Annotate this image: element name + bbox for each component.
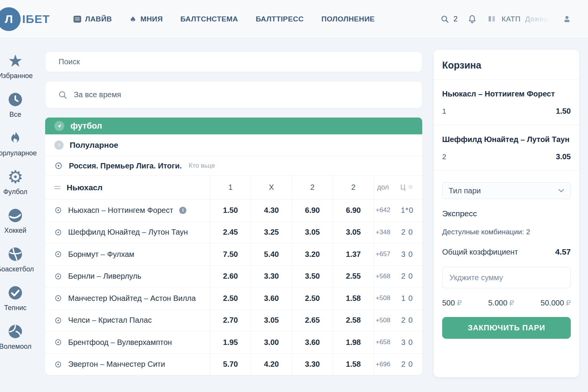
match-name[interactable]: Бернли – Ливерлуль	[68, 272, 141, 281]
more-odds-count[interactable]: +642	[374, 199, 392, 221]
header-search-button[interactable]: 2	[440, 15, 457, 24]
sidebar-item-hockey[interactable]: Хоккей	[0, 206, 31, 245]
column-header-x: X	[251, 176, 292, 199]
odd-button-x[interactable]: 3.05	[251, 310, 292, 332]
match-name[interactable]: Шеффилд Юнайтед – Лутон Таун	[68, 228, 188, 237]
more-odds-count[interactable]: +658	[374, 332, 392, 353]
odd-button-2b[interactable]: 1.37	[333, 243, 374, 265]
match-name[interactable]: Манчестер Юнайтед – Астон Вилла	[68, 294, 196, 303]
nav-item-live[interactable]: ЛАВЙВ	[74, 15, 112, 23]
account-info[interactable]: КАТП Дожвор	[487, 15, 552, 24]
sidebar-item-volleyball[interactable]: Волемоол	[0, 322, 31, 361]
profile-button[interactable]	[562, 14, 572, 24]
odd-button-2[interactable]: 2.50	[292, 287, 333, 309]
logo[interactable]: Л ІБЕТ	[0, 7, 50, 31]
target-icon	[54, 317, 62, 324]
more-odds-count[interactable]: +508	[374, 310, 392, 332]
search-count-badge: 2	[453, 15, 457, 23]
odd-button-x[interactable]: 5.40	[251, 243, 292, 265]
notifications-button[interactable]	[467, 14, 477, 24]
drag-handle-icon[interactable]	[54, 186, 60, 189]
table-row: Шеффилд Юнайтед – Лутон Таун 2.45 3.25 3…	[45, 222, 422, 244]
search-field[interactable]	[45, 52, 422, 72]
odd-button-1[interactable]: 7.50	[210, 243, 251, 265]
more-odds-count[interactable]: +348	[374, 222, 392, 243]
league-title: Россия. Премьер Лига. Итоги.	[69, 162, 182, 170]
betslip-bet: Шеффилд Юнайтед – Лутой Таун 2 3.05	[434, 125, 579, 170]
nav-item-baltsystem[interactable]: БАЛТСНСТЕМА	[180, 15, 238, 23]
sport-header-football[interactable]: футбол	[45, 118, 422, 134]
more-odds-count[interactable]: +696	[374, 354, 392, 376]
search-icon	[440, 15, 449, 24]
odd-button-x[interactable]: 3.00	[251, 332, 292, 353]
sidebar-item-all[interactable]: Все	[0, 90, 31, 129]
time-filter-input[interactable]	[74, 90, 422, 99]
odd-button-2[interactable]: 3.05	[292, 222, 333, 243]
odd-button-2b[interactable]: 1.98	[333, 332, 374, 353]
table-row: Манчестер Юнайтед – Астон Вилла 2.50 3.6…	[45, 287, 422, 310]
odd-button-1[interactable]: 1.95	[210, 332, 251, 353]
time-filter-field[interactable]	[45, 81, 422, 108]
match-name[interactable]: Эвертон – Манчестер Сити	[68, 360, 165, 369]
bell-icon	[467, 14, 477, 24]
odd-button-1[interactable]: 1.50	[210, 199, 251, 221]
layers-icon	[407, 184, 414, 191]
table-row: Челси – Кристал Палас 2.70 3.05 2.65 2.5…	[45, 310, 422, 332]
odd-button-x[interactable]: 4.30	[251, 199, 292, 221]
odd-button-2b[interactable]: 2.55	[333, 266, 374, 287]
match-name[interactable]: Борнмут – Фулхам	[68, 250, 134, 259]
odd-button-2[interactable]: 3.30	[292, 354, 333, 376]
quick-amount-5000[interactable]: 5.000₽	[488, 298, 514, 307]
betslip-title: Корзина	[434, 50, 579, 79]
odd-button-2b[interactable]: 3.05	[333, 222, 374, 243]
odd-button-2[interactable]: 3.60	[292, 332, 333, 353]
odd-button-x[interactable]: 3.25	[251, 222, 292, 243]
odd-button-2b[interactable]: 1.58	[333, 354, 374, 376]
odd-button-2[interactable]: 6.90	[292, 199, 333, 221]
odd-button-1[interactable]: 2.50	[210, 287, 251, 309]
match-name[interactable]: Брентфоод – Вулверхамптон	[68, 338, 172, 347]
nav-item-mniya[interactable]: ♠ МНИЯ	[129, 15, 163, 23]
odd-button-x[interactable]: 3.60	[251, 287, 292, 309]
odd-button-2b[interactable]: 1.58	[333, 287, 374, 309]
popular-section[interactable]: Полуларное	[45, 134, 422, 156]
info-icon[interactable]: i	[179, 207, 186, 214]
clock-icon	[7, 90, 24, 109]
betslip-panel: Корзина Ньюкасл – Ноттиигем Форест 1 1.5…	[434, 50, 579, 377]
odd-button-x[interactable]: 4.20	[251, 354, 292, 376]
quick-amounts: 500₽ 5.000₽ 50.000₽	[442, 298, 571, 307]
match-name[interactable]: Челси – Кристал Палас	[68, 316, 152, 325]
odd-button-2b[interactable]: 2.58	[333, 310, 374, 332]
target-icon	[54, 338, 62, 346]
odd-button-2[interactable]: 2.65	[292, 310, 333, 332]
odd-button-2[interactable]: 3.20	[292, 243, 333, 265]
amount-input[interactable]	[442, 267, 571, 288]
sidebar-item-football[interactable]: ⚙ Фулбол	[0, 167, 31, 206]
sidebar-item-basketball[interactable]: Боаскетбол	[0, 245, 31, 283]
sidebar-item-tennis[interactable]: Тепнис	[0, 283, 31, 322]
nav-item-balttiress[interactable]: БАЛТТІРЕСС	[256, 15, 304, 23]
odd-button-1[interactable]: 2.60	[210, 266, 251, 287]
search-input[interactable]	[46, 57, 422, 66]
sidebar-item-popular[interactable]: Порлуларное	[0, 129, 31, 167]
odd-button-1[interactable]: 2.45	[210, 222, 251, 243]
puck-icon	[7, 206, 24, 225]
sidebar-item-favorites[interactable]: ★ Избранное	[0, 51, 31, 90]
more-odds-count[interactable]: +508	[374, 287, 392, 309]
match-name[interactable]: Ньюхасп – Ноттингем Форест	[68, 206, 173, 215]
odd-button-1[interactable]: 5.70	[210, 354, 251, 376]
nav-item-popolnenie[interactable]: ПОЛОЛНЕНИЕ	[321, 15, 374, 23]
quick-amount-50000[interactable]: 50.000₽	[541, 298, 571, 307]
more-odds-count[interactable]: +568	[374, 266, 392, 287]
odd-button-2b[interactable]: 6.90	[333, 199, 374, 221]
odd-button-2[interactable]: 3.50	[292, 266, 333, 287]
bet-type-select[interactable]: Тил пари	[442, 182, 571, 199]
league-section[interactable]: Россия. Премьер Лига. Итоги. Кто вьце	[45, 156, 422, 176]
quick-amount-500[interactable]: 500₽	[442, 298, 462, 307]
total-coefficient-label: Общий козффициент	[442, 248, 518, 256]
place-bet-button[interactable]: ЗАКПЮЧИТЬ ПАРИ	[442, 317, 571, 339]
odd-button-x[interactable]: 3.30	[251, 266, 292, 287]
column-header-2b: 2	[333, 176, 374, 199]
more-odds-count[interactable]: +657	[374, 243, 392, 265]
odd-button-1[interactable]: 2.70	[210, 310, 251, 332]
